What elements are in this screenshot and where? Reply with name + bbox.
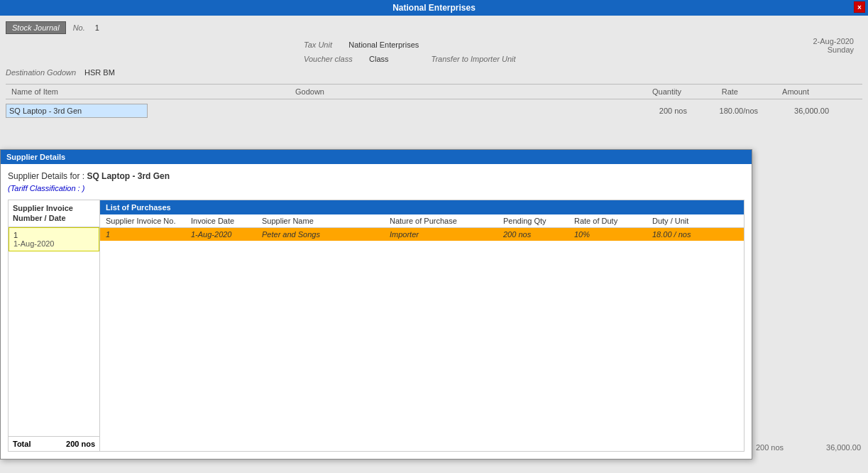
for-label: Supplier Details for : [8, 171, 87, 181]
tax-unit-value: National Enterprises [348, 40, 419, 49]
dest-godown-value: HSR BM [84, 68, 115, 77]
data-supplier-name: Peter and Songs [256, 230, 384, 239]
bg-table-header: Name of Item Godown Quantity Rate Amount [6, 84, 862, 99]
data-rate-of-duty: 10% [568, 230, 647, 239]
voucher-class-value: Class [369, 55, 389, 63]
item-qty: 200 nos [616, 107, 687, 115]
left-panel-header: Supplier Invoice Number / Date [9, 200, 99, 227]
dialog-title: Supplier Details [6, 153, 65, 161]
total-qty: 200 nos [756, 443, 784, 452]
left-panel-footer: Total 200 nos [9, 436, 99, 451]
journal-date-block: 2-Aug-2020 Sunday [813, 37, 855, 54]
main-title: National Enterprises [392, 3, 476, 13]
item-rate: 180.00/nos [687, 107, 758, 115]
total-label: Total [13, 440, 31, 448]
stock-journal-button[interactable]: Stock Journal [6, 21, 66, 34]
bg-totals: 200 nos 36,000.00 [756, 443, 861, 452]
total-amount: 36,000.00 [826, 443, 861, 452]
list-empty-area [100, 241, 744, 440]
journal-date: 2-Aug-2020 [813, 37, 855, 45]
journal-day: Sunday [813, 45, 855, 54]
right-panel: List of Purchases Supplier Invoice No. I… [100, 200, 745, 452]
transfer-label: Transfer to Importer Unit [432, 55, 516, 63]
quantity-header: Quantity [616, 87, 687, 96]
dialog-content: Supplier Invoice Number / Date 1 1-Aug-2… [8, 200, 745, 452]
left-panel-row[interactable]: 1 1-Aug-2020 [9, 227, 99, 251]
journal-number: 1 [95, 23, 99, 32]
amount-header: Amount [744, 87, 815, 96]
data-nature: Importer [384, 230, 498, 239]
no-label: No. [73, 23, 85, 32]
transfer-section: Transfer to Importer Unit [432, 54, 516, 64]
tax-unit-label: Tax Unit [304, 40, 332, 49]
dialog-body: Supplier Details for : SQ Laptop - 3rd G… [1, 164, 752, 459]
col-rate-of-duty: Rate of Duty [568, 217, 647, 225]
col-supplier-name: Supplier Name [256, 217, 384, 225]
data-pending-qty: 200 nos [498, 230, 568, 239]
col-nature: Nature of Purchase [384, 217, 498, 225]
left-invoice-no: 1 [13, 231, 94, 239]
close-button[interactable]: × [854, 1, 865, 13]
left-invoice-date: 1-Aug-2020 [13, 239, 94, 248]
supplier-details-dialog: Supplier Details Supplier Details for : … [0, 149, 752, 460]
name-of-item-header: Name of Item [6, 87, 290, 96]
list-header: List of Purchases [100, 200, 744, 214]
dest-godown-label: Destination Godown [6, 68, 76, 77]
data-invoice-date: 1-Aug-2020 [185, 230, 256, 239]
tariff-line: (Tariff Classification : ) [8, 184, 745, 192]
rate-header: Rate [687, 87, 744, 96]
item-amount: 36,000.00 [758, 107, 829, 115]
col-duty-unit: Duty / Unit [647, 217, 732, 225]
tax-unit-section: Tax Unit National Enterprises [304, 40, 419, 50]
main-titlebar: National Enterprises × [0, 0, 868, 16]
left-panel: Supplier Invoice Number / Date 1 1-Aug-2… [8, 200, 100, 452]
col-pending-qty: Pending Qty [498, 217, 568, 225]
col-invoice-date: Invoice Date [185, 217, 256, 225]
voucher-class-section: Voucher class Class [304, 54, 389, 64]
left-panel-empty [9, 251, 99, 436]
total-value: 200 nos [66, 440, 95, 448]
list-columns-header: Supplier Invoice No. Invoice Date Suppli… [100, 214, 744, 228]
supplier-item-name: SQ Laptop - 3rd Gen [87, 171, 170, 181]
godown-header: Godown [290, 87, 616, 96]
item-row: 200 nos 180.00/nos 36,000.00 [6, 104, 862, 118]
stock-journal-bar: Stock Journal No. 1 [6, 21, 862, 34]
list-data-row[interactable]: 1 1-Aug-2020 Peter and Songs Importer 20… [100, 228, 744, 241]
data-duty-unit: 18.00 / nos [647, 230, 732, 239]
col-supplier-inv: Supplier Invoice No. [100, 217, 185, 225]
dialog-titlebar: Supplier Details [1, 150, 752, 164]
voucher-class-label: Voucher class [304, 55, 353, 63]
supplier-details-header: Supplier Details for : SQ Laptop - 3rd G… [8, 171, 745, 181]
data-supplier-inv: 1 [100, 230, 185, 239]
item-name-input[interactable] [6, 104, 148, 118]
